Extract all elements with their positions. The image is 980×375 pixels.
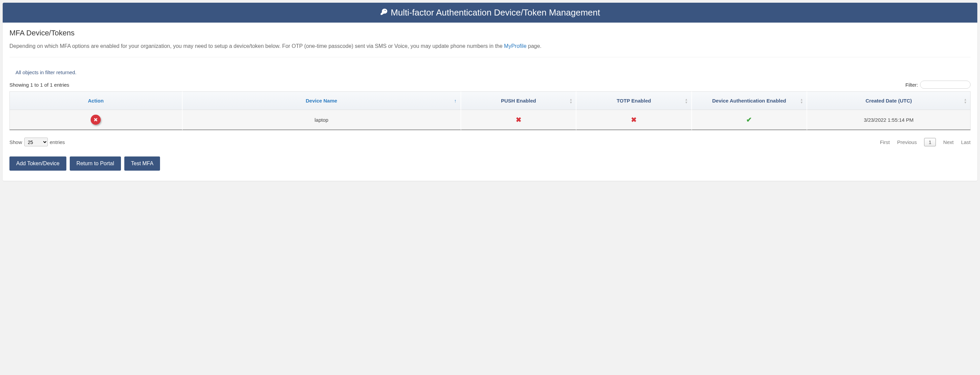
table-info-text: Showing 1 to 1 of 1 entries <box>10 82 69 88</box>
col-totp[interactable]: TOTP Enabled ▲▼ <box>576 91 692 110</box>
filter-input[interactable] <box>920 81 970 89</box>
myprofile-link[interactable]: MyProfile <box>504 43 527 49</box>
show-entries: Show 25 entries <box>10 137 65 146</box>
show-label-post: entries <box>50 139 65 145</box>
show-label-pre: Show <box>10 139 22 145</box>
col-device-auth[interactable]: Device Authentication Enabled ▲▼ <box>692 91 807 110</box>
cell-totp: ✖ <box>576 110 692 130</box>
desc-post: page. <box>527 43 541 49</box>
key-icon <box>380 7 387 18</box>
check-icon: ✔ <box>746 116 752 123</box>
button-row: Add Token/Device Return to Portal Test M… <box>3 146 977 174</box>
cell-action <box>10 110 183 130</box>
header-bar: Multi-factor Authentication Device/Token… <box>3 3 977 22</box>
pager-current[interactable]: 1 <box>924 138 935 146</box>
cell-device-auth: ✔ <box>692 110 807 130</box>
sort-icon: ▲▼ <box>570 98 573 104</box>
table-row: laptop ✖ ✖ ✔ 3/23/2022 1:55:14 PM <box>10 110 970 130</box>
col-push[interactable]: PUSH Enabled ▲▼ <box>461 91 576 110</box>
pager-prev[interactable]: Previous <box>897 139 917 145</box>
delete-button[interactable] <box>91 115 101 125</box>
filter-label: Filter: <box>905 82 918 88</box>
cell-device-name: laptop <box>183 110 461 130</box>
divider <box>10 57 970 57</box>
filter-wrap: Filter: <box>905 81 971 89</box>
section-description: Depending on which MFA options are enabl… <box>10 42 970 50</box>
section-title: MFA Device/Tokens <box>10 29 970 37</box>
sort-icon: ▲▼ <box>685 98 688 104</box>
x-icon: ✖ <box>631 116 637 123</box>
test-mfa-button[interactable]: Test MFA <box>124 156 161 171</box>
filter-status-message: All objects in filter returned. <box>10 64 970 78</box>
desc-pre: Depending on which MFA options are enabl… <box>10 43 504 49</box>
col-device-name[interactable]: Device Name ↑ <box>183 91 461 110</box>
table-top-row: Showing 1 to 1 of 1 entries Filter: <box>10 78 970 91</box>
sort-asc-icon: ↑ <box>454 98 457 104</box>
entries-select[interactable]: 25 <box>24 137 48 146</box>
content-area: MFA Device/Tokens Depending on which MFA… <box>3 22 977 146</box>
pager-first[interactable]: First <box>880 139 890 145</box>
pager-last[interactable]: Last <box>961 139 970 145</box>
pager-next[interactable]: Next <box>943 139 954 145</box>
pager: First Previous 1 Next Last <box>880 138 970 146</box>
add-token-button[interactable]: Add Token/Device <box>10 156 66 171</box>
col-action[interactable]: Action <box>10 91 183 110</box>
cell-created: 3/23/2022 1:55:14 PM <box>807 110 970 130</box>
sort-icon: ▲▼ <box>800 98 803 104</box>
x-icon: ✖ <box>516 116 522 123</box>
table-header-row: Action Device Name ↑ PUSH Enabled ▲▼ TOT… <box>10 91 970 110</box>
close-icon <box>94 118 98 122</box>
sort-icon: ▲▼ <box>964 98 967 104</box>
header-title: Multi-factor Authentication Device/Token… <box>391 7 600 18</box>
col-created[interactable]: Created Date (UTC) ▲▼ <box>807 91 970 110</box>
table-bottom-row: Show 25 entries First Previous 1 Next La… <box>10 130 970 146</box>
return-portal-button[interactable]: Return to Portal <box>70 156 121 171</box>
cell-push: ✖ <box>461 110 576 130</box>
devices-table: Action Device Name ↑ PUSH Enabled ▲▼ TOT… <box>10 91 970 130</box>
page-card: Multi-factor Authentication Device/Token… <box>3 3 977 181</box>
